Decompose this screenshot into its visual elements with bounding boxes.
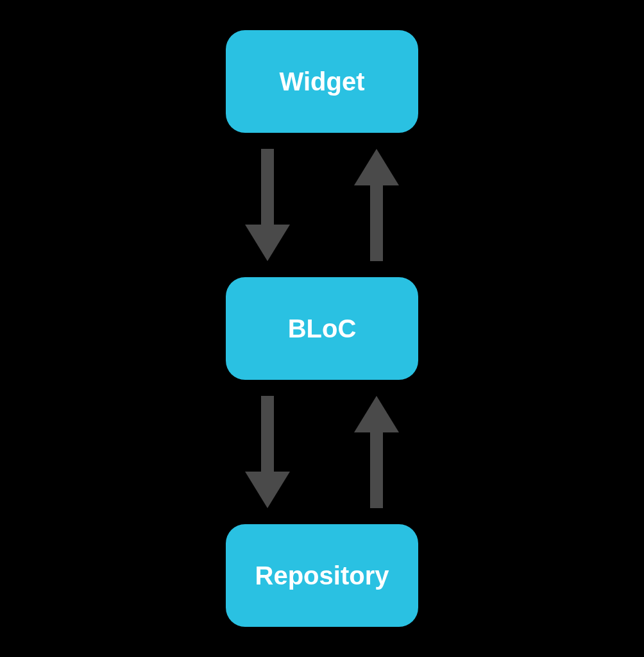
arrow-up-icon — [354, 396, 399, 508]
arrow-down-icon — [245, 396, 290, 508]
bloc-label: BLoC — [288, 314, 357, 343]
repository-node: Repository — [226, 524, 418, 627]
svg-marker-7 — [354, 396, 399, 432]
svg-marker-5 — [245, 472, 290, 508]
arrow-down-icon — [245, 149, 290, 261]
arrow-up-icon — [354, 149, 399, 261]
repository-label: Repository — [255, 561, 389, 590]
arrow-pair-bottom — [245, 380, 399, 524]
arrow-pair-top — [245, 133, 399, 277]
svg-marker-1 — [245, 225, 290, 261]
widget-node: Widget — [226, 30, 418, 133]
architecture-diagram: Widget BLoC Repository — [226, 30, 418, 627]
bloc-node: BLoC — [226, 277, 418, 380]
widget-label: Widget — [280, 67, 365, 96]
svg-marker-3 — [354, 149, 399, 185]
